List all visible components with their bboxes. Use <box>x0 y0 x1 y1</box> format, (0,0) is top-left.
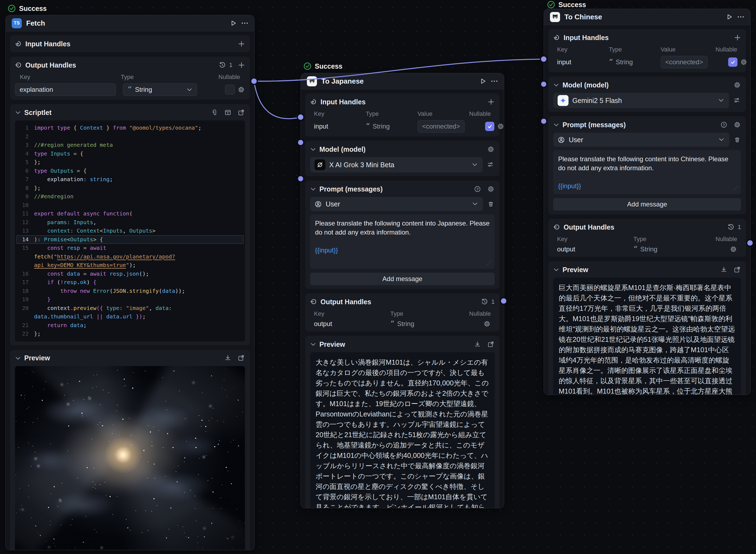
code-line[interactable]: 2 <box>17 132 243 141</box>
handle-value-input[interactable]: <connected> <box>661 56 708 68</box>
code-line[interactable]: 7 explanation: string; <box>17 175 243 184</box>
download-icon[interactable] <box>720 266 728 273</box>
code-line[interactable]: 1import type { Context } from "@oomol/ty… <box>17 124 243 132</box>
download-icon[interactable] <box>224 354 232 362</box>
grok-icon <box>314 159 325 170</box>
code-line[interactable]: 19 } <box>17 295 243 304</box>
code-line[interactable]: 18 throw new Error(JSON.stringify(data))… <box>17 287 243 295</box>
help-icon[interactable] <box>474 185 481 193</box>
nullable-checkbox[interactable] <box>728 57 738 67</box>
handle-settings-gear[interactable] <box>740 59 748 66</box>
code-line[interactable]: 10 <box>17 201 243 210</box>
flow-canvas[interactable]: { "colors":{"accent":"#8a90e8","success"… <box>0 0 756 554</box>
nullable-checkbox[interactable] <box>485 122 494 131</box>
code-line[interactable]: 13 context: Context<Inputs, Outputs> <box>17 227 243 235</box>
collapse-chevron-icon[interactable] <box>15 355 21 361</box>
node-to-chinese[interactable]: To Chinese Input Handles Key Type Value … <box>544 9 751 395</box>
node-fetch[interactable]: TS Fetch Input Handles Output Handles 1 <box>5 15 255 550</box>
message-role-select[interactable]: User <box>310 197 483 211</box>
code-line[interactable]: 4type Inputs = { <box>17 150 243 158</box>
collapse-chevron-icon[interactable] <box>553 82 559 88</box>
model-tune-icon[interactable] <box>487 161 495 169</box>
model-select[interactable]: Gemini2 5 Flash <box>553 93 729 108</box>
handle-settings-gear[interactable] <box>238 86 245 94</box>
model-select[interactable]: X AI Grok 3 Mini Beta <box>310 157 483 172</box>
prompt-settings-gear[interactable] <box>487 185 495 193</box>
preview-text[interactable]: 巨大而美丽的螺旋星系M101是查尔斯·梅西耶著名星表中的最后几个天体之一，但绝对… <box>553 278 741 395</box>
preview-text[interactable]: 大きな美しい渦巻銀河M101は、シャルル・メシエの有名なカタログの最後の項目の一… <box>310 352 495 508</box>
node-menu-button[interactable] <box>491 77 498 85</box>
code-line[interactable]: fetch("https://api.nasa.gov/planetary/ap… <box>17 253 243 261</box>
add-input-handle-button[interactable] <box>734 34 741 41</box>
code-line[interactable]: api_key=DEMO_KEY&thumbs=true"); <box>17 261 243 270</box>
code-line[interactable]: 9//#endregion <box>17 192 243 201</box>
model-settings-gear[interactable] <box>734 81 741 89</box>
prompt-textarea[interactable]: Please translate the following content i… <box>553 150 741 194</box>
node-header[interactable]: To Chinese <box>544 9 750 25</box>
collapse-chevron-icon[interactable] <box>553 267 559 273</box>
run-node-button[interactable] <box>480 77 487 85</box>
code-line[interactable]: 8}; <box>17 184 243 192</box>
collapse-chevron-icon[interactable] <box>310 186 316 192</box>
download-icon[interactable] <box>474 341 481 348</box>
node-menu-button[interactable] <box>241 19 248 27</box>
history-icon[interactable] <box>727 224 735 231</box>
message-role-select[interactable]: User <box>553 133 729 147</box>
collapse-chevron-icon[interactable] <box>310 341 316 347</box>
external-link-icon[interactable] <box>487 341 495 348</box>
external-link-icon[interactable] <box>734 266 741 273</box>
code-line[interactable]: 17 if (!resp.ok) { <box>17 278 243 287</box>
wire-fetch-to-japanese[interactable] <box>254 81 300 119</box>
collapse-chevron-icon[interactable] <box>15 110 21 115</box>
code-line[interactable]: 12 params: Inputs, <box>17 218 243 227</box>
node-to-japanese[interactable]: To Japanese Input Handles Key Type Value… <box>301 73 504 508</box>
code-line[interactable]: 22}; <box>17 330 243 338</box>
resize-handle[interactable]: ⋰ <box>487 258 493 267</box>
help-icon[interactable] <box>720 121 728 128</box>
handle-settings-gear[interactable] <box>730 246 737 253</box>
handle-key-input[interactable]: explanation <box>15 84 116 96</box>
external-link-icon[interactable] <box>238 354 245 362</box>
code-line[interactable]: 6type Outputs = { <box>17 167 243 175</box>
prompt-textarea[interactable]: Please translate the following content i… <box>310 214 495 269</box>
code-line[interactable]: 14): Promise<Outputs> { <box>17 235 243 244</box>
add-input-handle-button[interactable] <box>238 40 245 47</box>
run-node-button[interactable] <box>230 19 237 27</box>
collapse-chevron-icon[interactable] <box>310 146 316 152</box>
history-icon[interactable] <box>219 62 226 69</box>
code-line[interactable]: 11export default async function( <box>17 210 243 218</box>
model-tune-icon[interactable] <box>734 97 741 104</box>
collapse-chevron-icon[interactable] <box>553 122 559 128</box>
code-line[interactable]: 5}; <box>17 158 243 167</box>
prompt-settings-gear[interactable] <box>734 121 741 128</box>
delete-message-icon[interactable] <box>487 201 495 208</box>
delete-message-icon[interactable] <box>734 136 741 144</box>
handle-settings-gear[interactable] <box>484 320 491 328</box>
history-icon[interactable] <box>481 298 488 305</box>
open-editor-icon[interactable] <box>224 109 232 116</box>
add-message-button[interactable]: Add message <box>310 273 495 285</box>
node-fetch-header[interactable]: TS Fetch <box>6 15 254 31</box>
handle-value-input[interactable]: <connected> <box>417 120 465 133</box>
node-menu-button[interactable] <box>737 13 744 20</box>
node-header[interactable]: To Japanese <box>301 73 504 89</box>
nullable-checkbox[interactable] <box>225 85 235 95</box>
attach-icon[interactable] <box>211 109 218 116</box>
add-input-handle-button[interactable] <box>488 98 495 105</box>
run-node-button[interactable] <box>726 13 733 20</box>
code-line[interactable]: data.thumbnail_url || data.url }); <box>17 313 243 321</box>
code-line[interactable]: 21 return data; <box>17 321 243 330</box>
prompt-text: Please translate the following content i… <box>315 219 490 237</box>
code-line[interactable]: 20 context.preview({ type: "image", data… <box>17 304 243 313</box>
add-message-button[interactable]: Add message <box>553 198 741 211</box>
code-line[interactable]: 16 const data = await resp.json(); <box>17 270 243 278</box>
handle-settings-gear[interactable] <box>497 123 504 130</box>
code-editor[interactable]: 1import type { Context } from "@oomol/ty… <box>15 120 245 341</box>
resize-handle[interactable]: ⋰ <box>734 183 739 192</box>
external-link-icon[interactable] <box>238 109 245 116</box>
handle-type-select[interactable]: “ String <box>123 84 197 96</box>
code-line[interactable]: 15 const resp = await <box>17 244 243 253</box>
model-settings-gear[interactable] <box>487 146 495 153</box>
code-line[interactable]: 3//#region generated meta <box>17 141 243 150</box>
add-output-handle-button[interactable] <box>238 62 245 69</box>
